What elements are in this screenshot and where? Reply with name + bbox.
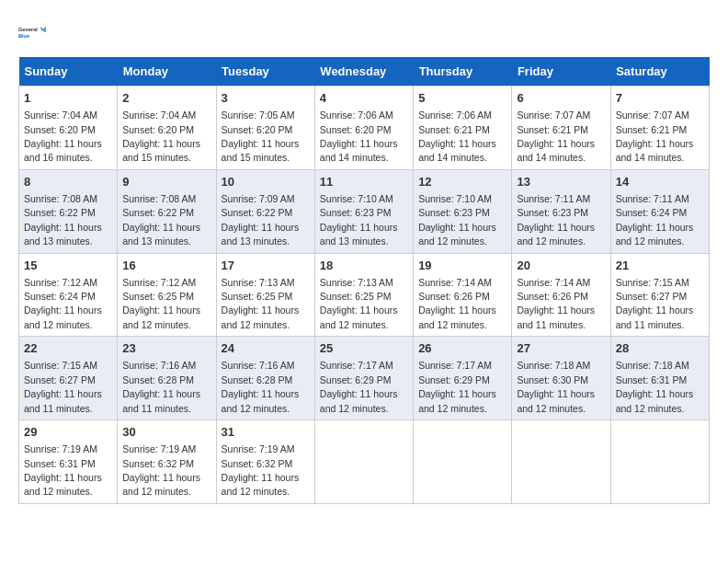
calendar-cell: 14 Sunrise: 7:11 AMSunset: 6:24 PMDaylig… [610,169,709,253]
calendar-cell: 30 Sunrise: 7:19 AMSunset: 6:32 PMDaylig… [118,420,216,504]
calendar-cell: 22 Sunrise: 7:15 AMSunset: 6:27 PMDaylig… [19,337,118,420]
calendar-cell: 23 Sunrise: 7:16 AMSunset: 6:28 PMDaylig… [118,337,216,420]
day-number: 29 [24,424,112,441]
calendar-cell: 21 Sunrise: 7:15 AMSunset: 6:27 PMDaylig… [610,253,709,337]
day-header-row: SundayMondayTuesdayWednesdayThursdayFrid… [19,57,710,86]
svg-text:General: General [18,27,38,32]
calendar-cell: 4 Sunrise: 7:06 AMSunset: 6:20 PMDayligh… [314,86,413,170]
day-number: 30 [122,424,210,441]
calendar-cell: 31 Sunrise: 7:19 AMSunset: 6:32 PMDaylig… [216,420,314,504]
calendar-cell [610,420,709,504]
day-number: 6 [517,90,605,107]
calendar-cell: 3 Sunrise: 7:05 AMSunset: 6:20 PMDayligh… [216,86,314,170]
day-number: 9 [122,174,210,190]
page-header: GeneralBlue [18,18,710,48]
cell-content: Sunrise: 7:09 AMSunset: 6:22 PMDaylight:… [222,193,300,247]
day-number: 13 [517,174,605,190]
day-number: 8 [24,174,112,190]
day-number: 31 [222,424,310,441]
svg-text:Blue: Blue [18,33,29,39]
cell-content: Sunrise: 7:12 AMSunset: 6:24 PMDaylight:… [24,277,102,330]
cell-content: Sunrise: 7:11 AMSunset: 6:24 PMDaylight:… [616,193,694,247]
calendar-table: SundayMondayTuesdayWednesdayThursdayFrid… [18,57,710,504]
cell-content: Sunrise: 7:11 AMSunset: 6:23 PMDaylight:… [517,193,595,247]
calendar-cell: 12 Sunrise: 7:10 AMSunset: 6:23 PMDaylig… [414,169,512,253]
day-number: 22 [24,340,112,357]
day-number: 7 [616,90,704,107]
cell-content: Sunrise: 7:07 AMSunset: 6:21 PMDaylight:… [616,109,694,163]
day-number: 16 [122,258,210,274]
calendar-cell: 7 Sunrise: 7:07 AMSunset: 6:21 PMDayligh… [610,86,709,170]
cell-content: Sunrise: 7:17 AMSunset: 6:29 PMDaylight:… [418,360,496,413]
cell-content: Sunrise: 7:15 AMSunset: 6:27 PMDaylight:… [616,277,694,330]
day-number: 18 [320,258,408,274]
day-header-sunday: Sunday [19,57,118,86]
logo: GeneralBlue [18,18,48,48]
day-header-friday: Friday [512,57,610,86]
day-number: 25 [320,340,408,357]
cell-content: Sunrise: 7:08 AMSunset: 6:22 PMDaylight:… [122,193,200,247]
week-row-5: 29 Sunrise: 7:19 AMSunset: 6:31 PMDaylig… [19,420,710,504]
day-number: 17 [222,258,310,274]
day-number: 15 [24,258,112,274]
day-number: 14 [616,174,704,190]
cell-content: Sunrise: 7:12 AMSunset: 6:25 PMDaylight:… [122,277,200,330]
cell-content: Sunrise: 7:19 AMSunset: 6:32 PMDaylight:… [122,443,200,497]
day-number: 3 [222,90,310,107]
cell-content: Sunrise: 7:18 AMSunset: 6:30 PMDaylight:… [517,360,595,413]
day-header-saturday: Saturday [610,57,709,86]
day-header-wednesday: Wednesday [314,57,413,86]
cell-content: Sunrise: 7:10 AMSunset: 6:23 PMDaylight:… [320,193,398,247]
cell-content: Sunrise: 7:17 AMSunset: 6:29 PMDaylight:… [320,360,398,413]
cell-content: Sunrise: 7:10 AMSunset: 6:23 PMDaylight:… [418,193,496,247]
day-number: 4 [320,90,408,107]
cell-content: Sunrise: 7:16 AMSunset: 6:28 PMDaylight:… [222,360,300,413]
cell-content: Sunrise: 7:18 AMSunset: 6:31 PMDaylight:… [616,360,694,413]
week-row-2: 8 Sunrise: 7:08 AMSunset: 6:22 PMDayligh… [19,169,710,253]
calendar-cell: 25 Sunrise: 7:17 AMSunset: 6:29 PMDaylig… [314,337,413,420]
calendar-cell: 11 Sunrise: 7:10 AMSunset: 6:23 PMDaylig… [314,169,413,253]
calendar-cell: 24 Sunrise: 7:16 AMSunset: 6:28 PMDaylig… [216,337,314,420]
day-header-thursday: Thursday [414,57,512,86]
cell-content: Sunrise: 7:06 AMSunset: 6:20 PMDaylight:… [320,109,398,163]
day-number: 23 [122,340,210,357]
calendar-cell [512,420,610,504]
day-number: 11 [320,174,408,190]
day-number: 20 [517,258,605,274]
day-header-tuesday: Tuesday [216,57,314,86]
cell-content: Sunrise: 7:19 AMSunset: 6:31 PMDaylight:… [24,443,102,497]
cell-content: Sunrise: 7:04 AMSunset: 6:20 PMDaylight:… [122,109,200,163]
day-number: 2 [122,90,210,107]
calendar-cell: 1 Sunrise: 7:04 AMSunset: 6:20 PMDayligh… [19,86,118,170]
calendar-cell: 19 Sunrise: 7:14 AMSunset: 6:26 PMDaylig… [414,253,512,337]
cell-content: Sunrise: 7:14 AMSunset: 6:26 PMDaylight:… [517,277,595,330]
calendar-cell [314,420,413,504]
cell-content: Sunrise: 7:19 AMSunset: 6:32 PMDaylight:… [222,443,300,497]
day-number: 26 [418,340,506,357]
cell-content: Sunrise: 7:05 AMSunset: 6:20 PMDaylight:… [222,109,300,163]
day-number: 21 [616,258,704,274]
calendar-cell: 8 Sunrise: 7:08 AMSunset: 6:22 PMDayligh… [19,169,118,253]
calendar-cell [414,420,512,504]
cell-content: Sunrise: 7:15 AMSunset: 6:27 PMDaylight:… [24,360,102,413]
calendar-cell: 29 Sunrise: 7:19 AMSunset: 6:31 PMDaylig… [19,420,118,504]
week-row-1: 1 Sunrise: 7:04 AMSunset: 6:20 PMDayligh… [19,86,710,170]
day-number: 28 [616,340,704,357]
day-number: 10 [222,174,310,190]
day-number: 19 [418,258,506,274]
cell-content: Sunrise: 7:08 AMSunset: 6:22 PMDaylight:… [24,193,102,247]
calendar-cell: 9 Sunrise: 7:08 AMSunset: 6:22 PMDayligh… [118,169,216,253]
calendar-cell: 6 Sunrise: 7:07 AMSunset: 6:21 PMDayligh… [512,86,610,170]
calendar-cell: 16 Sunrise: 7:12 AMSunset: 6:25 PMDaylig… [118,253,216,337]
calendar-cell: 15 Sunrise: 7:12 AMSunset: 6:24 PMDaylig… [19,253,118,337]
calendar-cell: 27 Sunrise: 7:18 AMSunset: 6:30 PMDaylig… [512,337,610,420]
calendar-cell: 26 Sunrise: 7:17 AMSunset: 6:29 PMDaylig… [414,337,512,420]
calendar-cell: 2 Sunrise: 7:04 AMSunset: 6:20 PMDayligh… [118,86,216,170]
day-number: 24 [222,340,310,357]
calendar-cell: 18 Sunrise: 7:13 AMSunset: 6:25 PMDaylig… [314,253,413,337]
day-number: 27 [517,340,605,357]
calendar-cell: 10 Sunrise: 7:09 AMSunset: 6:22 PMDaylig… [216,169,314,253]
calendar-cell: 13 Sunrise: 7:11 AMSunset: 6:23 PMDaylig… [512,169,610,253]
week-row-4: 22 Sunrise: 7:15 AMSunset: 6:27 PMDaylig… [19,337,710,420]
calendar-cell: 20 Sunrise: 7:14 AMSunset: 6:26 PMDaylig… [512,253,610,337]
